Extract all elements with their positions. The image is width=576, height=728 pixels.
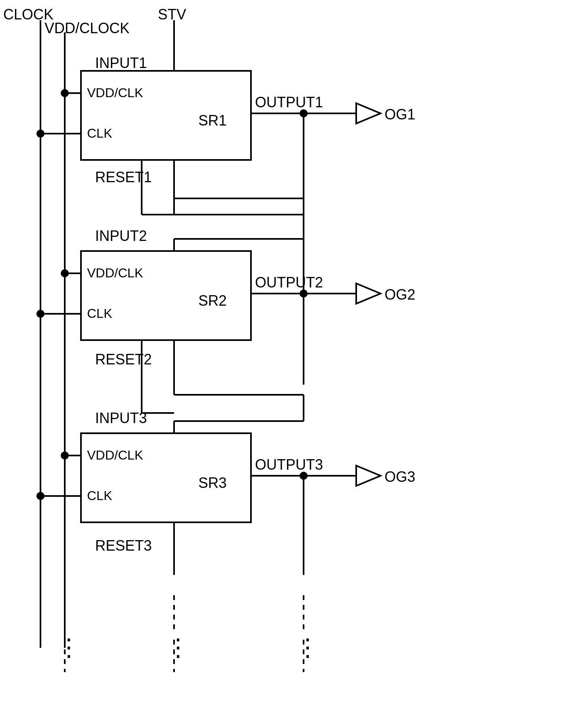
og1-label: OG1 [385, 106, 415, 123]
sr1-vdd-clk-label: VDD/CLK [87, 85, 143, 100]
sr3-vdd-clk-label: VDD/CLK [87, 448, 143, 462]
reset1-label: RESET1 [95, 169, 152, 185]
svg-point-27 [36, 310, 45, 318]
sr3-label: SR3 [198, 475, 227, 491]
svg-marker-31 [356, 283, 380, 304]
og3-label: OG3 [385, 468, 415, 485]
sr2-clk-label: CLK [87, 306, 112, 321]
output1-label: OUTPUT1 [255, 94, 323, 111]
reset3-label: RESET3 [95, 537, 152, 554]
ellipsis-left: ⋮ [57, 634, 83, 661]
svg-point-8 [36, 130, 45, 138]
sr3-clk-label: CLK [87, 488, 112, 503]
sr1-label: SR1 [198, 112, 227, 129]
reset2-label: RESET2 [95, 351, 152, 368]
sr1-clk-label: CLK [87, 126, 112, 140]
input3-label: INPUT3 [95, 410, 147, 426]
svg-point-6 [61, 89, 69, 97]
sr2-vdd-clk-label: VDD/CLK [87, 266, 143, 280]
ellipsis-middle: ⋮ [166, 634, 192, 661]
vdd-clock-label: VDD/CLOCK [45, 20, 130, 36]
output2-label: OUTPUT2 [255, 274, 323, 291]
output3-label: OUTPUT3 [255, 456, 323, 473]
svg-point-44 [36, 492, 45, 500]
input2-label: INPUT2 [95, 228, 147, 244]
svg-marker-12 [356, 103, 380, 123]
svg-point-42 [61, 451, 69, 460]
og2-label: OG2 [385, 286, 415, 303]
ellipsis-right: ⋮ [295, 634, 321, 661]
svg-point-25 [61, 269, 69, 277]
stv-label: STV [158, 6, 186, 23]
sr2-label: SR2 [198, 292, 227, 309]
svg-marker-48 [356, 466, 380, 486]
input1-label: INPUT1 [95, 55, 147, 71]
